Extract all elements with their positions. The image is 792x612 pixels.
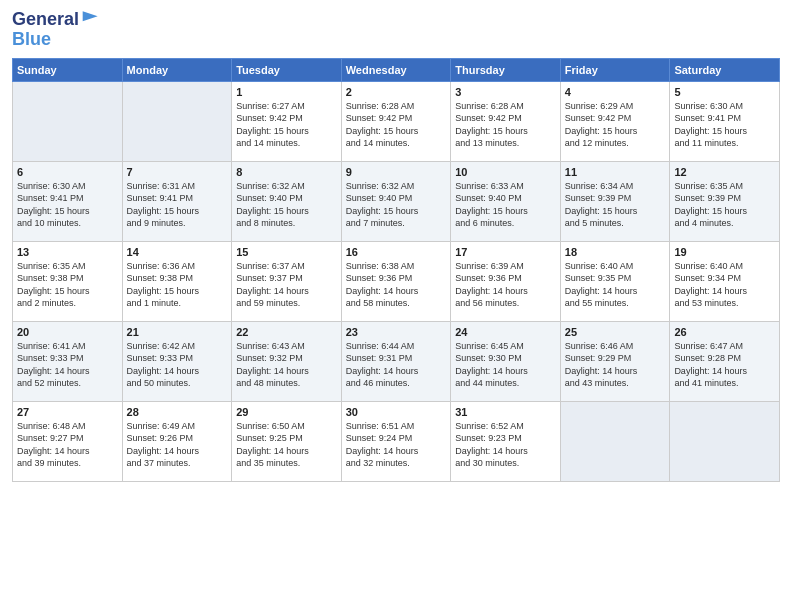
day-number: 14 (127, 246, 228, 258)
day-info: Sunrise: 6:48 AM Sunset: 9:27 PM Dayligh… (17, 420, 118, 470)
day-info: Sunrise: 6:35 AM Sunset: 9:39 PM Dayligh… (674, 180, 775, 230)
day-info: Sunrise: 6:32 AM Sunset: 9:40 PM Dayligh… (346, 180, 447, 230)
day-info: Sunrise: 6:28 AM Sunset: 9:42 PM Dayligh… (346, 100, 447, 150)
day-number: 23 (346, 326, 447, 338)
svg-marker-0 (83, 11, 98, 21)
day-number: 24 (455, 326, 556, 338)
day-number: 19 (674, 246, 775, 258)
day-info: Sunrise: 6:37 AM Sunset: 9:37 PM Dayligh… (236, 260, 337, 310)
calendar-cell: 8Sunrise: 6:32 AM Sunset: 9:40 PM Daylig… (232, 161, 342, 241)
day-number: 31 (455, 406, 556, 418)
day-info: Sunrise: 6:49 AM Sunset: 9:26 PM Dayligh… (127, 420, 228, 470)
day-number: 28 (127, 406, 228, 418)
calendar-cell: 26Sunrise: 6:47 AM Sunset: 9:28 PM Dayli… (670, 321, 780, 401)
calendar-cell: 12Sunrise: 6:35 AM Sunset: 9:39 PM Dayli… (670, 161, 780, 241)
calendar-cell (13, 81, 123, 161)
calendar-cell: 28Sunrise: 6:49 AM Sunset: 9:26 PM Dayli… (122, 401, 232, 481)
day-info: Sunrise: 6:40 AM Sunset: 9:35 PM Dayligh… (565, 260, 666, 310)
calendar-cell: 3Sunrise: 6:28 AM Sunset: 9:42 PM Daylig… (451, 81, 561, 161)
day-number: 10 (455, 166, 556, 178)
day-number: 12 (674, 166, 775, 178)
calendar-cell: 9Sunrise: 6:32 AM Sunset: 9:40 PM Daylig… (341, 161, 451, 241)
weekday-header-wednesday: Wednesday (341, 58, 451, 81)
day-info: Sunrise: 6:44 AM Sunset: 9:31 PM Dayligh… (346, 340, 447, 390)
day-number: 29 (236, 406, 337, 418)
day-info: Sunrise: 6:40 AM Sunset: 9:34 PM Dayligh… (674, 260, 775, 310)
logo-text-blue: Blue (12, 30, 51, 50)
day-number: 22 (236, 326, 337, 338)
calendar-cell: 21Sunrise: 6:42 AM Sunset: 9:33 PM Dayli… (122, 321, 232, 401)
calendar-cell: 19Sunrise: 6:40 AM Sunset: 9:34 PM Dayli… (670, 241, 780, 321)
day-number: 11 (565, 166, 666, 178)
day-number: 16 (346, 246, 447, 258)
calendar-cell: 18Sunrise: 6:40 AM Sunset: 9:35 PM Dayli… (560, 241, 670, 321)
calendar-cell (560, 401, 670, 481)
day-number: 25 (565, 326, 666, 338)
day-number: 7 (127, 166, 228, 178)
day-number: 2 (346, 86, 447, 98)
day-info: Sunrise: 6:51 AM Sunset: 9:24 PM Dayligh… (346, 420, 447, 470)
day-info: Sunrise: 6:33 AM Sunset: 9:40 PM Dayligh… (455, 180, 556, 230)
weekday-header-saturday: Saturday (670, 58, 780, 81)
day-info: Sunrise: 6:52 AM Sunset: 9:23 PM Dayligh… (455, 420, 556, 470)
calendar-cell: 25Sunrise: 6:46 AM Sunset: 9:29 PM Dayli… (560, 321, 670, 401)
day-number: 21 (127, 326, 228, 338)
calendar-cell: 16Sunrise: 6:38 AM Sunset: 9:36 PM Dayli… (341, 241, 451, 321)
calendar-cell: 24Sunrise: 6:45 AM Sunset: 9:30 PM Dayli… (451, 321, 561, 401)
calendar-week-row: 6Sunrise: 6:30 AM Sunset: 9:41 PM Daylig… (13, 161, 780, 241)
calendar-cell: 10Sunrise: 6:33 AM Sunset: 9:40 PM Dayli… (451, 161, 561, 241)
weekday-header-tuesday: Tuesday (232, 58, 342, 81)
calendar-cell: 13Sunrise: 6:35 AM Sunset: 9:38 PM Dayli… (13, 241, 123, 321)
day-number: 26 (674, 326, 775, 338)
page: General Blue SundayMondayTuesdayWednesda… (0, 0, 792, 612)
day-number: 20 (17, 326, 118, 338)
day-number: 4 (565, 86, 666, 98)
calendar-cell: 27Sunrise: 6:48 AM Sunset: 9:27 PM Dayli… (13, 401, 123, 481)
calendar-table: SundayMondayTuesdayWednesdayThursdayFrid… (12, 58, 780, 482)
day-info: Sunrise: 6:36 AM Sunset: 9:38 PM Dayligh… (127, 260, 228, 310)
day-info: Sunrise: 6:46 AM Sunset: 9:29 PM Dayligh… (565, 340, 666, 390)
day-info: Sunrise: 6:29 AM Sunset: 9:42 PM Dayligh… (565, 100, 666, 150)
day-number: 18 (565, 246, 666, 258)
calendar-week-row: 13Sunrise: 6:35 AM Sunset: 9:38 PM Dayli… (13, 241, 780, 321)
header: General Blue (12, 10, 780, 50)
calendar-cell: 22Sunrise: 6:43 AM Sunset: 9:32 PM Dayli… (232, 321, 342, 401)
calendar-cell: 4Sunrise: 6:29 AM Sunset: 9:42 PM Daylig… (560, 81, 670, 161)
calendar-cell: 17Sunrise: 6:39 AM Sunset: 9:36 PM Dayli… (451, 241, 561, 321)
day-number: 8 (236, 166, 337, 178)
day-info: Sunrise: 6:31 AM Sunset: 9:41 PM Dayligh… (127, 180, 228, 230)
day-number: 15 (236, 246, 337, 258)
day-number: 1 (236, 86, 337, 98)
calendar-cell: 23Sunrise: 6:44 AM Sunset: 9:31 PM Dayli… (341, 321, 451, 401)
day-number: 17 (455, 246, 556, 258)
day-number: 9 (346, 166, 447, 178)
weekday-header-monday: Monday (122, 58, 232, 81)
weekday-header-row: SundayMondayTuesdayWednesdayThursdayFrid… (13, 58, 780, 81)
day-info: Sunrise: 6:50 AM Sunset: 9:25 PM Dayligh… (236, 420, 337, 470)
day-info: Sunrise: 6:30 AM Sunset: 9:41 PM Dayligh… (17, 180, 118, 230)
day-info: Sunrise: 6:42 AM Sunset: 9:33 PM Dayligh… (127, 340, 228, 390)
day-info: Sunrise: 6:39 AM Sunset: 9:36 PM Dayligh… (455, 260, 556, 310)
calendar-week-row: 20Sunrise: 6:41 AM Sunset: 9:33 PM Dayli… (13, 321, 780, 401)
day-info: Sunrise: 6:41 AM Sunset: 9:33 PM Dayligh… (17, 340, 118, 390)
day-number: 13 (17, 246, 118, 258)
calendar-cell (122, 81, 232, 161)
calendar-cell: 15Sunrise: 6:37 AM Sunset: 9:37 PM Dayli… (232, 241, 342, 321)
day-number: 27 (17, 406, 118, 418)
day-info: Sunrise: 6:34 AM Sunset: 9:39 PM Dayligh… (565, 180, 666, 230)
calendar-cell: 20Sunrise: 6:41 AM Sunset: 9:33 PM Dayli… (13, 321, 123, 401)
weekday-header-thursday: Thursday (451, 58, 561, 81)
weekday-header-friday: Friday (560, 58, 670, 81)
day-info: Sunrise: 6:38 AM Sunset: 9:36 PM Dayligh… (346, 260, 447, 310)
day-number: 6 (17, 166, 118, 178)
calendar-cell: 30Sunrise: 6:51 AM Sunset: 9:24 PM Dayli… (341, 401, 451, 481)
logo-text-general: General (12, 10, 79, 30)
day-info: Sunrise: 6:28 AM Sunset: 9:42 PM Dayligh… (455, 100, 556, 150)
day-number: 3 (455, 86, 556, 98)
logo-flag-icon (81, 8, 101, 28)
calendar-cell: 6Sunrise: 6:30 AM Sunset: 9:41 PM Daylig… (13, 161, 123, 241)
day-number: 30 (346, 406, 447, 418)
calendar-cell: 2Sunrise: 6:28 AM Sunset: 9:42 PM Daylig… (341, 81, 451, 161)
day-info: Sunrise: 6:32 AM Sunset: 9:40 PM Dayligh… (236, 180, 337, 230)
day-number: 5 (674, 86, 775, 98)
